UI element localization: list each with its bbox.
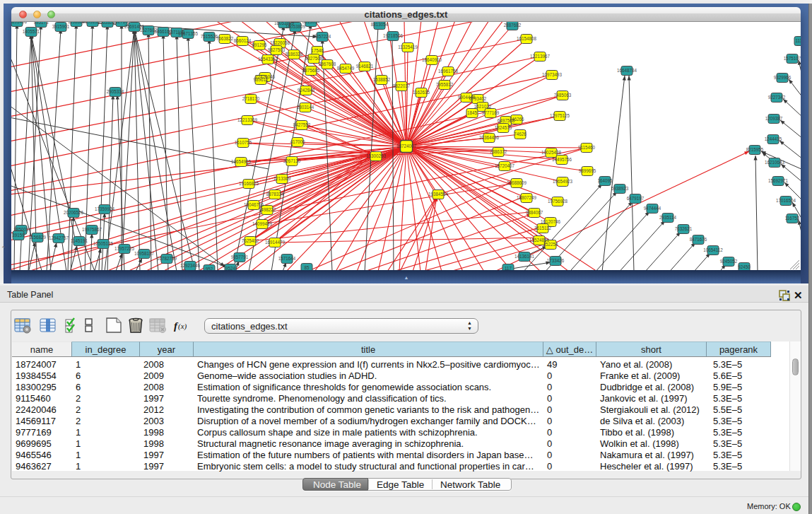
svg-text:85: 85 xyxy=(304,265,310,270)
svg-text:1845: 1845 xyxy=(467,110,478,115)
svg-text:7357224: 7357224 xyxy=(314,34,331,39)
svg-text:16782759: 16782759 xyxy=(157,256,177,261)
svg-text:9242848: 9242848 xyxy=(298,88,315,93)
svg-text:10671355: 10671355 xyxy=(178,31,199,36)
svg-text:19654965: 19654965 xyxy=(231,159,252,164)
svg-text:19654923: 19654923 xyxy=(553,179,573,184)
svg-text:1610755: 1610755 xyxy=(235,140,252,145)
svg-text:1405571: 1405571 xyxy=(23,29,40,34)
svg-text:16961758: 16961758 xyxy=(438,69,459,74)
svg-text:9146821: 9146821 xyxy=(356,64,374,69)
svg-text:18807249: 18807249 xyxy=(517,195,537,200)
svg-text:19166825: 19166825 xyxy=(239,181,259,186)
svg-text:9524: 9524 xyxy=(225,266,236,270)
svg-text:18640910: 18640910 xyxy=(422,57,442,62)
svg-text:1538852: 1538852 xyxy=(373,77,391,82)
svg-text:7625402: 7625402 xyxy=(242,238,259,243)
svg-text:11325419: 11325419 xyxy=(398,45,418,49)
svg-text:8454749: 8454749 xyxy=(337,66,355,71)
svg-text:8813054: 8813054 xyxy=(371,22,389,27)
svg-text:891295: 891295 xyxy=(252,42,267,47)
svg-text:9777169: 9777169 xyxy=(482,110,500,115)
svg-text:17957225: 17957225 xyxy=(114,246,135,251)
svg-text:16914479: 16914479 xyxy=(265,240,286,245)
svg-text:20364436: 20364436 xyxy=(479,135,500,140)
svg-text:995173: 995173 xyxy=(33,22,49,25)
svg-text:10025438: 10025438 xyxy=(541,150,562,155)
svg-text:18724007: 18724007 xyxy=(396,144,417,148)
svg-text:7663822: 7663822 xyxy=(216,36,234,41)
svg-text:6793402: 6793402 xyxy=(469,96,487,101)
svg-text:14495756: 14495756 xyxy=(552,157,572,162)
svg-text:117: 117 xyxy=(505,266,512,270)
svg-text:1156829: 1156829 xyxy=(68,22,86,24)
svg-text:19384554: 19384554 xyxy=(428,192,449,197)
svg-text:10958137: 10958137 xyxy=(134,251,155,256)
svg-text:7955812: 7955812 xyxy=(436,82,454,87)
svg-text:15720407: 15720407 xyxy=(495,163,515,168)
svg-text:1498222: 1498222 xyxy=(259,207,276,212)
svg-text:417006: 417006 xyxy=(290,139,305,144)
svg-text:1145191: 1145191 xyxy=(71,238,88,243)
svg-text:8215955: 8215955 xyxy=(746,147,764,152)
svg-text:8813054: 8813054 xyxy=(302,22,320,24)
svg-text:1156829: 1156829 xyxy=(29,235,47,240)
svg-text:16154808: 16154808 xyxy=(517,36,537,41)
svg-text:16543362: 16543362 xyxy=(258,57,278,62)
svg-text:19218506: 19218506 xyxy=(383,33,404,38)
svg-text:19975867: 19975867 xyxy=(82,227,102,232)
svg-text:(x): (x) xyxy=(178,322,187,331)
svg-text:15300293: 15300293 xyxy=(366,153,387,158)
svg-text:10973493: 10973493 xyxy=(542,72,563,77)
svg-text:9827503: 9827503 xyxy=(268,47,286,52)
svg-text:8875685: 8875685 xyxy=(302,68,320,73)
svg-text:1209387: 1209387 xyxy=(765,116,783,121)
svg-text:10046766: 10046766 xyxy=(244,202,264,207)
svg-text:1244415: 1244415 xyxy=(765,136,782,141)
svg-text:1571644: 1571644 xyxy=(278,256,296,261)
svg-text:6479197: 6479197 xyxy=(627,196,645,201)
svg-text:1117: 1117 xyxy=(795,38,801,43)
svg-text:8878334: 8878334 xyxy=(266,192,284,197)
svg-text:7632621: 7632621 xyxy=(675,226,693,231)
svg-text:10654112: 10654112 xyxy=(703,247,723,252)
svg-text:989612: 989612 xyxy=(253,77,269,82)
svg-text:12942757: 12942757 xyxy=(49,235,69,240)
svg-text:16648784: 16648784 xyxy=(617,68,637,73)
svg-text:8471676: 8471676 xyxy=(690,237,707,242)
svg-text:17359924: 17359924 xyxy=(95,206,115,211)
svg-text:9327508: 9327508 xyxy=(305,56,323,61)
svg-text:15692971: 15692971 xyxy=(768,178,789,183)
svg-text:1615112: 1615112 xyxy=(534,226,552,230)
svg-text:8427552: 8427552 xyxy=(293,122,311,127)
svg-text:12213369: 12213369 xyxy=(237,117,258,122)
svg-text:9329966: 9329966 xyxy=(774,75,792,80)
svg-text:92450: 92450 xyxy=(738,264,751,269)
svg-text:164095: 164095 xyxy=(597,178,613,183)
svg-text:9227342: 9227342 xyxy=(768,95,786,100)
svg-text:17016504: 17016504 xyxy=(776,198,796,203)
svg-text:17546: 17546 xyxy=(311,48,324,53)
svg-text:14099489: 14099489 xyxy=(252,221,273,226)
svg-text:7485063: 7485063 xyxy=(554,93,572,98)
svg-text:9474444: 9474444 xyxy=(644,206,661,211)
svg-text:252254: 252254 xyxy=(543,242,558,247)
svg-text:9857791: 9857791 xyxy=(231,255,249,259)
svg-text:2905334: 2905334 xyxy=(107,89,124,94)
svg-text:1621022: 1621022 xyxy=(474,104,492,109)
svg-text:8660124: 8660124 xyxy=(234,38,252,43)
svg-text:9899695: 9899695 xyxy=(579,168,596,173)
svg-text:9245052: 9245052 xyxy=(720,259,738,264)
svg-text:1575107: 1575107 xyxy=(784,56,801,61)
svg-text:16210643: 16210643 xyxy=(765,160,785,165)
svg-text:1162615: 1162615 xyxy=(413,90,430,95)
svg-text:12213967: 12213967 xyxy=(530,54,551,59)
svg-text:12975125: 12975125 xyxy=(550,113,570,118)
svg-text:746266: 746266 xyxy=(509,117,524,122)
svg-text:9884067: 9884067 xyxy=(526,210,543,215)
svg-text:985001: 985001 xyxy=(13,227,29,232)
svg-text:10688609: 10688609 xyxy=(507,180,527,185)
svg-text:18226058: 18226058 xyxy=(270,40,290,45)
svg-text:5938923: 5938923 xyxy=(611,186,629,191)
svg-text:2887682: 2887682 xyxy=(504,23,522,28)
